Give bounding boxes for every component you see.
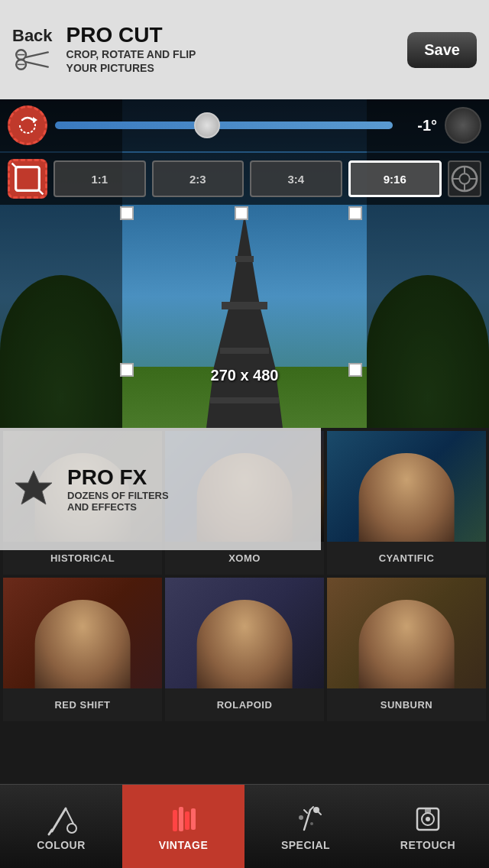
svg-rect-31 bbox=[185, 811, 189, 830]
svg-point-42 bbox=[426, 817, 430, 821]
tab-retouch-label: RETOUCH bbox=[400, 839, 455, 851]
eiffel-tower-icon bbox=[199, 214, 290, 428]
filter-rolapoid[interactable]: ROLAPOID bbox=[165, 578, 324, 721]
svg-rect-30 bbox=[179, 807, 183, 831]
svg-line-35 bbox=[304, 810, 307, 813]
crop-handle-top-center[interactable] bbox=[235, 206, 248, 220]
slider-thumb[interactable] bbox=[194, 112, 220, 138]
svg-line-16 bbox=[12, 164, 16, 167]
rotate-value: -1° bbox=[400, 117, 437, 134]
tab-retouch[interactable]: RETOUCH bbox=[367, 785, 489, 868]
pro-cut-subtitle: CROP, ROTATE AND FLIPYOUR PICTURES bbox=[66, 47, 408, 75]
rotate-button[interactable] bbox=[8, 105, 47, 145]
crop-size-label: 270 x 480 bbox=[211, 367, 279, 384]
crop-handle-top-left[interactable] bbox=[120, 206, 134, 220]
ratio-1-1-button[interactable]: 1:1 bbox=[53, 160, 146, 197]
tab-special-label: SPECIAL bbox=[281, 839, 330, 851]
colour-icon bbox=[44, 802, 78, 836]
pro-cut-block: PRO CUT CROP, ROTATE AND FLIPYOUR PICTUR… bbox=[66, 24, 408, 75]
svg-line-26 bbox=[66, 808, 73, 824]
svg-point-38 bbox=[299, 815, 303, 820]
rotate-slider[interactable] bbox=[55, 112, 393, 139]
filter-cyantific[interactable]: CYANTIFIC bbox=[327, 431, 486, 575]
vintage-icon bbox=[167, 802, 200, 836]
top-bar: Back PRO CUT CROP, ROTATE AND FLIPYOUR P… bbox=[0, 0, 489, 99]
save-button[interactable]: Save bbox=[407, 32, 477, 68]
back-button[interactable]: Back bbox=[12, 26, 53, 73]
crop-ratio-row: 1:1 2:3 3:4 9:16 bbox=[0, 153, 489, 205]
tab-colour[interactable]: COLOUR bbox=[0, 785, 122, 868]
tab-colour-label: COLOUR bbox=[37, 839, 86, 851]
pro-cut-title: PRO CUT bbox=[66, 24, 408, 47]
ratio-scroll-button[interactable] bbox=[448, 160, 481, 197]
svg-line-28 bbox=[49, 830, 52, 834]
star-icon bbox=[12, 468, 55, 510]
back-label: Back bbox=[12, 26, 53, 46]
slider-track bbox=[55, 121, 393, 129]
ratio-9-16-button[interactable]: 9:16 bbox=[348, 160, 442, 197]
svg-rect-29 bbox=[173, 810, 177, 831]
svg-rect-10 bbox=[222, 302, 267, 309]
svg-rect-13 bbox=[210, 397, 279, 403]
svg-line-34 bbox=[310, 807, 313, 810]
svg-line-2 bbox=[26, 52, 48, 57]
fx-section: PRO FX DOZENS OF FILTERSAND EFFECTS HIST… bbox=[0, 428, 489, 724]
pro-fx-text-block: PRO FX DOZENS OF FILTERSAND EFFECTS bbox=[67, 465, 169, 513]
crop-button[interactable] bbox=[8, 159, 47, 199]
filter-redshift[interactable]: RED SHIFT bbox=[3, 578, 162, 721]
crop-handle-bottom-right[interactable] bbox=[348, 363, 362, 377]
svg-line-3 bbox=[26, 62, 48, 66]
svg-rect-8 bbox=[235, 256, 254, 262]
filter-sunburn[interactable]: SUNBURN bbox=[327, 578, 486, 721]
ratio-3-4-button[interactable]: 3:4 bbox=[250, 160, 342, 197]
ratio-2-3-button[interactable]: 2:3 bbox=[152, 160, 244, 197]
tab-special[interactable]: SPECIAL bbox=[244, 785, 367, 868]
svg-rect-32 bbox=[191, 808, 196, 830]
scissors-icon bbox=[14, 46, 50, 73]
svg-line-17 bbox=[39, 190, 43, 194]
retouch-icon bbox=[411, 802, 445, 836]
svg-point-27 bbox=[67, 824, 76, 833]
svg-marker-6 bbox=[237, 214, 252, 260]
svg-marker-9 bbox=[214, 306, 275, 367]
svg-rect-11 bbox=[220, 348, 269, 354]
bottom-tabs: COLOUR VINTAGE SPE bbox=[0, 784, 489, 868]
tab-vintage[interactable]: VINTAGE bbox=[122, 785, 244, 868]
svg-marker-7 bbox=[229, 260, 260, 306]
tab-vintage-label: VINTAGE bbox=[159, 839, 209, 851]
svg-point-39 bbox=[310, 822, 313, 825]
svg-rect-15 bbox=[16, 167, 40, 191]
crop-handle-bottom-left[interactable] bbox=[120, 363, 134, 377]
rotate-row: -1° bbox=[0, 99, 489, 151]
svg-line-25 bbox=[52, 808, 66, 831]
special-icon bbox=[289, 802, 322, 836]
svg-rect-43 bbox=[425, 808, 431, 813]
pro-fx-title: PRO FX bbox=[67, 465, 169, 490]
svg-line-37 bbox=[318, 811, 321, 815]
pro-fx-banner: PRO FX DOZENS OF FILTERSAND EFFECTS bbox=[0, 428, 321, 550]
svg-point-19 bbox=[459, 173, 469, 183]
crop-handle-top-right[interactable] bbox=[348, 206, 362, 220]
rotate-settings-button[interactable] bbox=[445, 107, 481, 144]
svg-marker-24 bbox=[15, 471, 52, 504]
pro-fx-subtitle: DOZENS OF FILTERSAND EFFECTS bbox=[67, 490, 169, 513]
